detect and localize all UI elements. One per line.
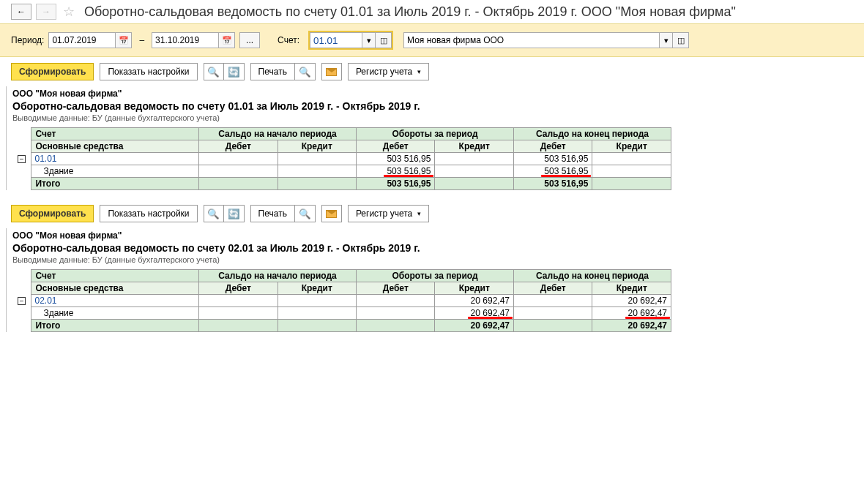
report-subtitle: Выводимые данные: БУ (данные бухгалтерск… [12,113,852,122]
report-toolbar: Сформировать Показать настройки 🔍 🔄 Печа… [0,199,864,228]
report-toolbar: Сформировать Показать настройки 🔍 🔄 Печа… [0,57,864,86]
report-org: ООО "Моя новая фирма" [12,89,852,99]
report-title: Оборотно-сальдовая ведомость по счету 01… [12,100,852,112]
col-assets: Основные средства [31,140,199,153]
filter-bar: Период: 📅 – 📅 ... Счет: ▾ ◫ ▾ ◫ [0,23,864,57]
forward-button[interactable]: → [36,4,56,20]
refresh-search-icon[interactable]: 🔄 [224,205,245,222]
search-icon[interactable]: 🔍 [204,63,224,80]
col-turnover: Обороты за период [357,270,514,282]
col-debit: Дебет [357,140,435,153]
generate-button[interactable]: Сформировать [11,63,94,80]
report-block: ООО "Моя новая фирма" Оборотно-сальдовая… [6,228,858,332]
col-start: Сальдо на начало периода [199,128,357,140]
col-debit: Дебет [199,282,278,295]
col-debit: Дебет [514,282,592,295]
refresh-search-icon[interactable]: 🔄 [224,63,245,80]
print-button[interactable]: Печать [250,205,295,222]
report-org: ООО "Моя новая фирма" [12,230,852,241]
report-block: ООО "Моя новая фирма" Оборотно-сальдовая… [6,86,858,190]
account-label: Счет: [278,35,299,45]
table-row[interactable]: Здание 20 692,47 20 692,47 [12,307,671,320]
col-credit: Кредит [278,140,357,153]
col-assets: Основные средства [31,282,199,295]
period-separator: – [139,35,144,45]
popout-icon[interactable]: ◫ [673,32,689,48]
report-table: Счет Сальдо на начало периода Обороты за… [12,269,671,332]
print-preview-icon[interactable]: 🔍 [295,205,316,222]
col-credit: Кредит [278,282,357,295]
col-debit: Дебет [357,282,435,295]
col-credit: Кредит [435,282,514,295]
col-debit: Дебет [513,140,592,153]
organization-input[interactable] [403,32,660,48]
date-from-input[interactable] [48,32,116,48]
col-debit: Дебет [199,140,278,153]
collapse-toggle-icon[interactable]: − [18,297,26,305]
chevron-down-icon[interactable]: ▾ [660,32,673,48]
date-to-input[interactable] [152,32,219,48]
col-account: Счет [31,270,199,282]
total-row: Итого 20 692,47 20 692,47 [12,320,671,332]
col-start: Сальдо на начало периода [199,270,357,282]
total-row: Итого 503 516,95 503 516,95 [12,178,671,190]
table-row[interactable]: Здание 503 516,95 503 516,95 [12,165,671,178]
col-end: Сальдо на конец периода [514,270,671,282]
popout-icon[interactable]: ◫ [376,32,392,48]
chevron-down-icon[interactable]: ▾ [362,32,376,48]
period-label: Период: [11,35,44,45]
account-input[interactable] [310,32,362,48]
registry-button[interactable]: Регистр учета▾ [348,205,429,222]
calendar-icon[interactable]: 📅 [116,32,132,48]
print-preview-icon[interactable]: 🔍 [295,63,316,80]
email-icon[interactable] [321,63,342,80]
show-settings-button[interactable]: Показать настройки [100,63,197,80]
show-settings-button[interactable]: Показать настройки [100,205,197,222]
account-selector[interactable]: ▾ ◫ [308,31,393,50]
report-table: Счет Сальдо на начало периода Обороты за… [12,127,671,190]
print-button[interactable]: Печать [250,63,295,80]
col-turnover: Обороты за период [357,128,514,140]
page-title: Оборотно-сальдовая ведомость по счету 01… [84,4,736,20]
collapse-toggle-icon[interactable]: − [18,155,26,163]
search-icon[interactable]: 🔍 [204,205,224,222]
chevron-down-icon: ▾ [417,68,421,75]
table-row[interactable]: − 02.01 20 692,47 20 692,47 [12,295,671,307]
email-icon[interactable] [321,205,342,222]
col-credit: Кредит [592,140,671,153]
col-credit: Кредит [435,140,514,153]
chevron-down-icon: ▾ [417,210,421,217]
col-credit: Кредит [592,282,671,295]
col-end: Сальдо на конец периода [513,128,671,140]
col-account: Счет [31,128,199,140]
report-subtitle: Выводимые данные: БУ (данные бухгалтерск… [12,255,852,264]
favorite-star-icon[interactable]: ☆ [61,4,77,20]
generate-button[interactable]: Сформировать [11,205,94,222]
report-title: Оборотно-сальдовая ведомость по счету 02… [12,242,852,254]
table-row[interactable]: − 01.01 503 516,95 503 516,95 [12,153,671,165]
period-presets-button[interactable]: ... [239,32,260,48]
calendar-icon[interactable]: 📅 [219,32,235,48]
back-button[interactable]: ← [11,4,31,20]
registry-button[interactable]: Регистр учета▾ [348,63,429,80]
